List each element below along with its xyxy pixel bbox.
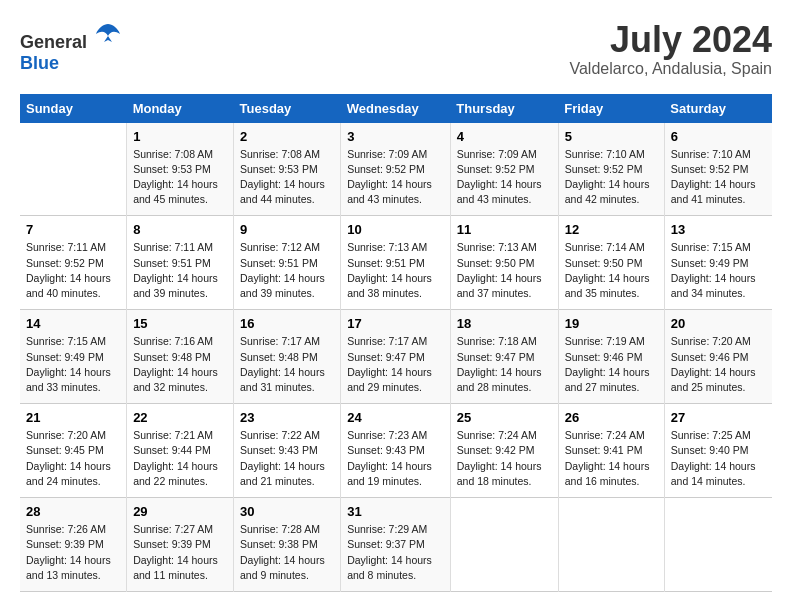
day-cell: 31Sunrise: 7:29 AM Sunset: 9:37 PM Dayli… xyxy=(341,498,451,592)
header-sunday: Sunday xyxy=(20,94,127,123)
day-number: 31 xyxy=(347,504,444,519)
page-header: General Blue July 2024 Valdelarco, Andal… xyxy=(20,20,772,78)
day-number: 9 xyxy=(240,222,334,237)
day-number: 1 xyxy=(133,129,227,144)
day-cell: 3Sunrise: 7:09 AM Sunset: 9:52 PM Daylig… xyxy=(341,123,451,216)
day-number: 7 xyxy=(26,222,120,237)
day-cell: 30Sunrise: 7:28 AM Sunset: 9:38 PM Dayli… xyxy=(234,498,341,592)
cell-info: Sunrise: 7:08 AM Sunset: 9:53 PM Dayligh… xyxy=(240,147,334,208)
day-cell: 13Sunrise: 7:15 AM Sunset: 9:49 PM Dayli… xyxy=(664,216,772,310)
cell-info: Sunrise: 7:11 AM Sunset: 9:52 PM Dayligh… xyxy=(26,240,120,301)
day-cell: 9Sunrise: 7:12 AM Sunset: 9:51 PM Daylig… xyxy=(234,216,341,310)
week-row-1: 1Sunrise: 7:08 AM Sunset: 9:53 PM Daylig… xyxy=(20,123,772,216)
cell-info: Sunrise: 7:24 AM Sunset: 9:42 PM Dayligh… xyxy=(457,428,552,489)
day-number: 16 xyxy=(240,316,334,331)
cell-info: Sunrise: 7:28 AM Sunset: 9:38 PM Dayligh… xyxy=(240,522,334,583)
logo: General Blue xyxy=(20,20,122,74)
day-number: 14 xyxy=(26,316,120,331)
day-cell: 12Sunrise: 7:14 AM Sunset: 9:50 PM Dayli… xyxy=(558,216,664,310)
day-number: 21 xyxy=(26,410,120,425)
day-number: 3 xyxy=(347,129,444,144)
day-cell: 23Sunrise: 7:22 AM Sunset: 9:43 PM Dayli… xyxy=(234,404,341,498)
day-cell: 11Sunrise: 7:13 AM Sunset: 9:50 PM Dayli… xyxy=(450,216,558,310)
day-number: 26 xyxy=(565,410,658,425)
cell-info: Sunrise: 7:21 AM Sunset: 9:44 PM Dayligh… xyxy=(133,428,227,489)
cell-info: Sunrise: 7:20 AM Sunset: 9:45 PM Dayligh… xyxy=(26,428,120,489)
cell-info: Sunrise: 7:11 AM Sunset: 9:51 PM Dayligh… xyxy=(133,240,227,301)
day-cell: 4Sunrise: 7:09 AM Sunset: 9:52 PM Daylig… xyxy=(450,123,558,216)
week-row-3: 14Sunrise: 7:15 AM Sunset: 9:49 PM Dayli… xyxy=(20,310,772,404)
day-number: 22 xyxy=(133,410,227,425)
cell-info: Sunrise: 7:10 AM Sunset: 9:52 PM Dayligh… xyxy=(565,147,658,208)
cell-info: Sunrise: 7:15 AM Sunset: 9:49 PM Dayligh… xyxy=(671,240,766,301)
month-title: July 2024 xyxy=(569,20,772,60)
title-block: July 2024 Valdelarco, Andalusia, Spain xyxy=(569,20,772,78)
day-cell: 18Sunrise: 7:18 AM Sunset: 9:47 PM Dayli… xyxy=(450,310,558,404)
cell-info: Sunrise: 7:09 AM Sunset: 9:52 PM Dayligh… xyxy=(457,147,552,208)
cell-info: Sunrise: 7:16 AM Sunset: 9:48 PM Dayligh… xyxy=(133,334,227,395)
cell-info: Sunrise: 7:27 AM Sunset: 9:39 PM Dayligh… xyxy=(133,522,227,583)
cell-info: Sunrise: 7:25 AM Sunset: 9:40 PM Dayligh… xyxy=(671,428,766,489)
day-number: 19 xyxy=(565,316,658,331)
day-number: 11 xyxy=(457,222,552,237)
day-number: 17 xyxy=(347,316,444,331)
cell-info: Sunrise: 7:10 AM Sunset: 9:52 PM Dayligh… xyxy=(671,147,766,208)
header-wednesday: Wednesday xyxy=(341,94,451,123)
header-saturday: Saturday xyxy=(664,94,772,123)
day-cell xyxy=(558,498,664,592)
day-cell: 1Sunrise: 7:08 AM Sunset: 9:53 PM Daylig… xyxy=(127,123,234,216)
week-row-5: 28Sunrise: 7:26 AM Sunset: 9:39 PM Dayli… xyxy=(20,498,772,592)
cell-info: Sunrise: 7:29 AM Sunset: 9:37 PM Dayligh… xyxy=(347,522,444,583)
day-number: 2 xyxy=(240,129,334,144)
cell-info: Sunrise: 7:13 AM Sunset: 9:51 PM Dayligh… xyxy=(347,240,444,301)
day-cell: 14Sunrise: 7:15 AM Sunset: 9:49 PM Dayli… xyxy=(20,310,127,404)
day-number: 29 xyxy=(133,504,227,519)
day-cell: 7Sunrise: 7:11 AM Sunset: 9:52 PM Daylig… xyxy=(20,216,127,310)
header-thursday: Thursday xyxy=(450,94,558,123)
logo-bird-icon xyxy=(94,20,122,48)
day-cell: 5Sunrise: 7:10 AM Sunset: 9:52 PM Daylig… xyxy=(558,123,664,216)
cell-info: Sunrise: 7:13 AM Sunset: 9:50 PM Dayligh… xyxy=(457,240,552,301)
cell-info: Sunrise: 7:20 AM Sunset: 9:46 PM Dayligh… xyxy=(671,334,766,395)
cell-info: Sunrise: 7:18 AM Sunset: 9:47 PM Dayligh… xyxy=(457,334,552,395)
day-number: 12 xyxy=(565,222,658,237)
location-title: Valdelarco, Andalusia, Spain xyxy=(569,60,772,78)
day-number: 30 xyxy=(240,504,334,519)
day-number: 15 xyxy=(133,316,227,331)
day-cell: 15Sunrise: 7:16 AM Sunset: 9:48 PM Dayli… xyxy=(127,310,234,404)
day-cell: 17Sunrise: 7:17 AM Sunset: 9:47 PM Dayli… xyxy=(341,310,451,404)
cell-info: Sunrise: 7:17 AM Sunset: 9:48 PM Dayligh… xyxy=(240,334,334,395)
day-number: 24 xyxy=(347,410,444,425)
week-row-2: 7Sunrise: 7:11 AM Sunset: 9:52 PM Daylig… xyxy=(20,216,772,310)
header-monday: Monday xyxy=(127,94,234,123)
day-number: 13 xyxy=(671,222,766,237)
week-row-4: 21Sunrise: 7:20 AM Sunset: 9:45 PM Dayli… xyxy=(20,404,772,498)
day-cell: 21Sunrise: 7:20 AM Sunset: 9:45 PM Dayli… xyxy=(20,404,127,498)
day-number: 27 xyxy=(671,410,766,425)
logo-wordmark: General Blue xyxy=(20,20,122,74)
header-friday: Friday xyxy=(558,94,664,123)
day-cell: 25Sunrise: 7:24 AM Sunset: 9:42 PM Dayli… xyxy=(450,404,558,498)
day-number: 5 xyxy=(565,129,658,144)
cell-info: Sunrise: 7:12 AM Sunset: 9:51 PM Dayligh… xyxy=(240,240,334,301)
cell-info: Sunrise: 7:26 AM Sunset: 9:39 PM Dayligh… xyxy=(26,522,120,583)
day-number: 10 xyxy=(347,222,444,237)
day-number: 8 xyxy=(133,222,227,237)
day-cell: 20Sunrise: 7:20 AM Sunset: 9:46 PM Dayli… xyxy=(664,310,772,404)
day-cell xyxy=(20,123,127,216)
logo-general: General xyxy=(20,32,87,52)
day-cell xyxy=(450,498,558,592)
day-cell: 22Sunrise: 7:21 AM Sunset: 9:44 PM Dayli… xyxy=(127,404,234,498)
logo-blue: Blue xyxy=(20,53,59,73)
day-cell: 16Sunrise: 7:17 AM Sunset: 9:48 PM Dayli… xyxy=(234,310,341,404)
cell-info: Sunrise: 7:08 AM Sunset: 9:53 PM Dayligh… xyxy=(133,147,227,208)
cell-info: Sunrise: 7:19 AM Sunset: 9:46 PM Dayligh… xyxy=(565,334,658,395)
day-cell: 29Sunrise: 7:27 AM Sunset: 9:39 PM Dayli… xyxy=(127,498,234,592)
day-cell: 2Sunrise: 7:08 AM Sunset: 9:53 PM Daylig… xyxy=(234,123,341,216)
day-number: 28 xyxy=(26,504,120,519)
cell-info: Sunrise: 7:14 AM Sunset: 9:50 PM Dayligh… xyxy=(565,240,658,301)
cell-info: Sunrise: 7:17 AM Sunset: 9:47 PM Dayligh… xyxy=(347,334,444,395)
header-row: SundayMondayTuesdayWednesdayThursdayFrid… xyxy=(20,94,772,123)
day-cell: 28Sunrise: 7:26 AM Sunset: 9:39 PM Dayli… xyxy=(20,498,127,592)
day-number: 18 xyxy=(457,316,552,331)
